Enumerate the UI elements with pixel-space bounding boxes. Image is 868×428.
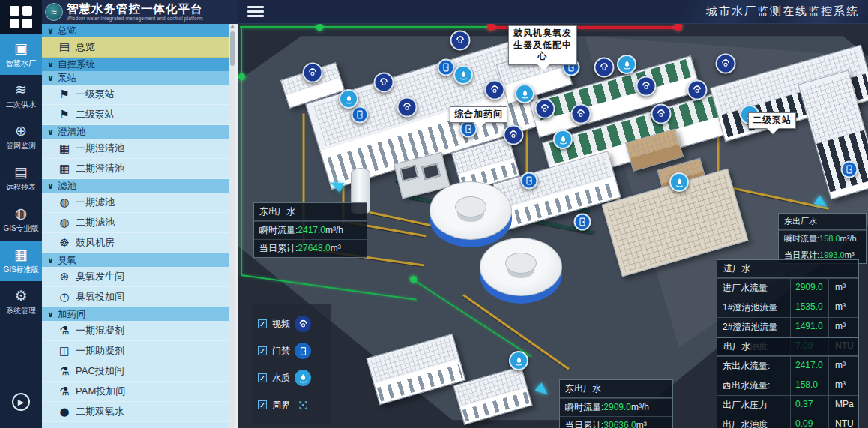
tree-group-pump-station[interactable]: ∨泵站	[42, 71, 229, 85]
perimeter-line-green	[240, 26, 492, 28]
door-marker[interactable]	[438, 59, 455, 76]
tree-item-ozone-generator[interactable]: ⊛臭氧发生间	[42, 267, 229, 287]
sidebar-expand-button[interactable]: ▶	[12, 393, 30, 411]
chevron-down-icon: ∨	[47, 181, 54, 191]
sidebar-item-smart-plant[interactable]: ▣ 智慧水厂	[0, 34, 42, 75]
panel-splitter[interactable]	[235, 24, 238, 428]
video-checkbox[interactable]: ✓	[258, 319, 267, 328]
legend-item-door[interactable]: ✓ 门禁	[252, 337, 331, 364]
door-access-icon	[295, 343, 311, 359]
sidebar-item-secondary-water[interactable]: ≋ 二次供水	[0, 76, 42, 116]
camera-marker[interactable]	[594, 58, 615, 78]
tree-group-clarifier[interactable]: ∨澄清池	[42, 125, 229, 139]
scroll-up-icon	[230, 25, 235, 28]
page-title: 城市水厂监测在线监控系统	[706, 4, 859, 19]
camera-marker[interactable]	[571, 104, 591, 124]
sidebar-item-gis-pro[interactable]: ◍ GIS专业版	[0, 199, 42, 240]
perimeter-line-green	[241, 28, 242, 276]
water-marker[interactable]	[515, 84, 534, 103]
device-tree: ∨总览 ▤总览 ∨自控系统 ∨泵站 ⚑一级泵站 ⚑二级泵站 ∨澄清池 ▦一期澄清…	[42, 24, 229, 428]
plant-3d-scene[interactable]: 鼓风机臭氧发生器及低配中心 综合加药间 二级泵站 东出厂水 瞬时流量:2417.…	[238, 24, 868, 428]
camera-marker[interactable]	[303, 63, 323, 83]
filter-pool-icon: ◍	[56, 196, 73, 209]
door-checkbox[interactable]: ✓	[258, 346, 267, 355]
water-marker[interactable]	[453, 65, 473, 85]
menu-toggle-icon[interactable]	[247, 4, 264, 19]
water-marker[interactable]	[339, 89, 358, 109]
camera-marker[interactable]	[504, 125, 524, 145]
tree-item-pump-station-1[interactable]: ⚑一级泵站	[42, 85, 229, 105]
coagulant-icon: ⚗	[56, 324, 73, 337]
camera-marker[interactable]	[374, 73, 394, 93]
perimeter-node-alarm	[487, 24, 495, 31]
water-marker[interactable]	[553, 130, 573, 149]
door-marker[interactable]	[521, 172, 538, 190]
pump-station-icon: ⚑	[56, 108, 73, 121]
sidebar-item-remote-meter[interactable]: ▤ 远程抄表	[0, 158, 42, 199]
camera-marker[interactable]	[716, 54, 736, 74]
tree-item-pac-dosing[interactable]: ⚗PAC投加间	[42, 361, 229, 382]
ozone-dosing-icon: ◷	[56, 290, 73, 304]
water-quality-checkbox[interactable]: ✓	[258, 373, 267, 382]
legend-item-water-quality[interactable]: ✓ 水质	[252, 364, 331, 391]
camera-marker[interactable]	[687, 80, 708, 100]
camera-marker[interactable]	[651, 104, 672, 124]
secondary-water-icon: ≋	[15, 82, 27, 97]
door-marker[interactable]	[841, 161, 858, 178]
legend-item-perimeter[interactable]: ✓ 周界	[252, 391, 331, 418]
tree-group-filter[interactable]: ∨滤池	[42, 179, 229, 193]
table-row: 出厂水浊度0.09NTU	[717, 415, 858, 428]
tree-group-overview[interactable]: ∨总览	[42, 24, 229, 37]
tree-scrollbar-thumb[interactable]	[230, 31, 235, 66]
sidebar-item-system-manage[interactable]: ⚙ 系统管理	[0, 282, 42, 322]
tree-group-auto-control[interactable]: ∨自控系统	[42, 58, 229, 71]
flow-tag-east-3: 东出厂水 瞬时流量:2909.0m³/h 当日累计:30636.0m³	[559, 379, 673, 428]
tree-item-filter-phase1[interactable]: ◍一期滤池	[42, 193, 229, 213]
door-marker[interactable]	[352, 106, 369, 124]
perimeter-node-alarm	[675, 24, 682, 31]
module-sidebar: ▣ 智慧水厂 ≋ 二次供水 ⊕ 管网监测 ▤ 远程抄表 ◍ GIS专业版 ▦ G…	[0, 34, 42, 428]
table-row: 西出水流量:158.0m³	[717, 376, 858, 395]
tree-item-clarifier-phase2[interactable]: ▦二期澄清池	[42, 159, 229, 179]
water-marker[interactable]	[509, 351, 528, 370]
pump-station-icon: ⚑	[56, 88, 73, 101]
pac-dosing-icon: ⚗	[56, 364, 73, 378]
tree-item-ozone-dosing[interactable]: ◷臭氧投加间	[42, 287, 229, 307]
water-marker[interactable]	[669, 172, 689, 192]
table-row: 1#澄清池流量1535.0m³	[717, 298, 858, 317]
legend-item-video[interactable]: ✓ 视频	[252, 310, 331, 337]
blower-room-icon: ☸	[56, 236, 73, 250]
tree-group-dosing-room[interactable]: ∨加药间	[42, 307, 229, 321]
scene-label-blower-ozone-center: 鼓风机臭氧发生器及低配中心	[508, 25, 577, 65]
tree-item-coagulant-aid-phase1[interactable]: ◫一期助凝剂	[42, 341, 229, 361]
outflow-water-table: 出厂水 东出水流量:2417.0m³ 西出水流量:158.0m³ 出厂水压力0.…	[717, 337, 859, 428]
scene-label-dosing-room: 综合加药间	[450, 106, 507, 123]
apps-grid-button[interactable]	[0, 0, 42, 34]
water-marker[interactable]	[617, 55, 636, 74]
scene-label-pump-station-2: 二级泵站	[748, 112, 796, 129]
tree-item-blower-room[interactable]: ☸鼓风机房	[42, 233, 229, 253]
table-row: 2#澄清池流量1491.0m³	[717, 317, 858, 337]
tree-scrollbar[interactable]	[229, 24, 235, 428]
camera-marker[interactable]	[397, 97, 418, 118]
camera-marker[interactable]	[450, 31, 471, 51]
gis-pro-icon: ◍	[15, 206, 28, 220]
tree-item-filter-phase2[interactable]: ◍二期滤池	[42, 213, 229, 233]
tree-item-peroxide-phase2[interactable]: ●二期双氧水	[42, 402, 229, 422]
camera-marker[interactable]	[485, 80, 505, 100]
sidebar-item-pipe-network[interactable]: ⊕ 管网监测	[0, 117, 42, 157]
tree-item-pam-dosing[interactable]: ⚗PAM投加间	[42, 382, 229, 402]
tree-group-ozone[interactable]: ∨臭氧	[42, 253, 229, 267]
tree-item-pump-station-2[interactable]: ⚑二级泵站	[42, 105, 229, 125]
apps-grid-icon	[10, 6, 32, 28]
app-title: 智慧水务管控一体化平台	[67, 3, 203, 15]
door-marker[interactable]	[574, 214, 591, 231]
tree-item-clarifier-phase1[interactable]: ▦一期澄清池	[42, 139, 229, 159]
camera-marker[interactable]	[535, 99, 555, 119]
camera-marker[interactable]	[636, 76, 657, 97]
tree-item-overview[interactable]: ▤总览	[42, 37, 229, 58]
perimeter-checkbox[interactable]: ✓	[258, 400, 267, 409]
tree-item-coagulant-phase1[interactable]: ⚗一期混凝剂	[42, 321, 229, 341]
sidebar-item-gis-standard[interactable]: ▦ GIS标准版	[0, 241, 42, 281]
table-row: 进厂水流量2909.0m³	[717, 278, 858, 298]
